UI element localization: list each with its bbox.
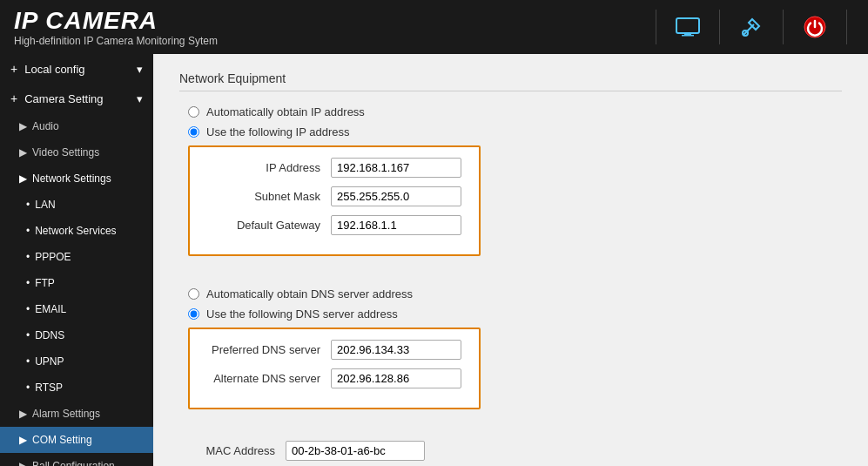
sidebar-item-ftp[interactable]: • FTP [0, 270, 153, 296]
local-config-arrow-icon: ▾ [137, 63, 143, 76]
ball-config-dot-icon: ▶ [19, 460, 27, 466]
header-divider-4 [846, 10, 847, 44]
sidebar-item-upnp[interactable]: • UPNP [0, 348, 153, 375]
default-gateway-row: Default Gateway [207, 215, 461, 235]
auto-ip-label: Automatically obtain IP address [206, 105, 365, 118]
sidebar-item-network-services[interactable]: • Network Services [0, 218, 153, 244]
audio-dot-icon: ▶ [19, 120, 27, 132]
subnet-mask-label: Subnet Mask [207, 190, 320, 203]
mac-address-label: MAC Address [188, 444, 275, 457]
ip-form-block: Automatically obtain IP address Use the … [179, 105, 842, 270]
video-settings-dot-icon: ▶ [19, 146, 27, 159]
ball-config-label: Ball Configuration [32, 460, 115, 466]
alternate-dns-label: Alternate DNS server [207, 372, 320, 385]
use-ip-row: Use the following IP address [179, 125, 842, 138]
sidebar-item-alarm-settings[interactable]: ▶ Alarm Settings [0, 401, 153, 427]
ddns-label: DDNS [35, 329, 64, 341]
ddns-dot-icon: • [26, 329, 30, 341]
sidebar-item-com-setting[interactable]: ▶ COM Setting [0, 427, 153, 453]
dns-form-block: Automatically obtain DNS server address … [179, 287, 842, 423]
sidebar-item-network-settings[interactable]: ▶ Network Settings [0, 165, 153, 192]
ip-address-row: IP Address [207, 158, 461, 178]
network-settings-dot-icon: ▶ [19, 172, 27, 185]
sidebar-local-config[interactable]: + Local config ▾ [0, 54, 153, 84]
sidebar-item-ddns[interactable]: • DDNS [0, 322, 153, 348]
use-ip-label: Use the following IP address [206, 125, 350, 138]
content-area: Network Equipment Automatically obtain I… [153, 54, 868, 466]
power-button[interactable] [794, 6, 836, 48]
svg-rect-2 [682, 35, 694, 37]
preferred-dns-input[interactable] [331, 340, 461, 360]
ftp-dot-icon: • [26, 277, 30, 289]
tools-icon [740, 16, 763, 38]
svg-rect-0 [676, 18, 699, 33]
header-divider-1 [656, 10, 656, 44]
use-ip-radio[interactable] [188, 126, 199, 138]
alternate-dns-row: Alternate DNS server [207, 368, 461, 388]
preferred-dns-label: Preferred DNS server [207, 343, 320, 356]
ip-address-input[interactable] [331, 158, 461, 178]
lan-dot-icon: • [26, 199, 30, 211]
power-icon [803, 15, 827, 39]
auto-dns-label: Automatically obtain DNS server address [206, 287, 413, 301]
ip-address-label: IP Address [207, 161, 320, 174]
app-subtitle: High-definition IP Camera Monitoring Syt… [14, 35, 218, 47]
email-label: EMAIL [35, 303, 66, 315]
camera-setting-arrow-icon: ▾ [137, 92, 143, 105]
upnp-dot-icon: • [26, 355, 30, 368]
logo: IP CAMERA High-definition IP Camera Moni… [14, 7, 218, 47]
use-dns-radio[interactable] [188, 308, 199, 320]
video-settings-label: Video Settings [32, 146, 99, 159]
auto-dns-radio[interactable] [188, 288, 199, 300]
network-services-label: Network Services [35, 225, 116, 237]
main-layout: + Local config ▾ + Camera Setting ▾ ▶ Au… [0, 54, 868, 466]
upnp-label: UPNP [35, 355, 64, 368]
preferred-dns-row: Preferred DNS server [207, 340, 461, 360]
sidebar-item-email[interactable]: • EMAIL [0, 296, 153, 322]
rtsp-label: RTSP [35, 382, 63, 394]
default-gateway-input[interactable] [331, 215, 461, 235]
auto-ip-radio[interactable] [188, 106, 199, 118]
monitor-button[interactable] [667, 6, 709, 48]
alternate-dns-input[interactable] [331, 368, 461, 388]
use-dns-row: Use the following DNS server address [179, 307, 842, 321]
alarm-settings-label: Alarm Settings [32, 408, 100, 420]
rtsp-dot-icon: • [26, 382, 30, 394]
dns-fields-box: Preferred DNS server Alternate DNS serve… [188, 328, 481, 409]
subnet-mask-input[interactable] [331, 186, 461, 206]
com-setting-dot-icon: ▶ [19, 434, 27, 446]
local-config-plus-icon: + [10, 62, 17, 76]
sidebar-item-pppoe[interactable]: • PPPOE [0, 244, 153, 270]
monitor-icon [676, 17, 700, 37]
sidebar-item-video-settings[interactable]: ▶ Video Settings [0, 139, 153, 165]
sidebar-camera-setting[interactable]: + Camera Setting ▾ [0, 84, 153, 113]
com-setting-label: COM Setting [32, 434, 92, 446]
header-icons [649, 6, 854, 48]
app-title: IP CAMERA [14, 7, 218, 35]
auto-ip-row: Automatically obtain IP address [179, 105, 842, 118]
ftp-label: FTP [35, 277, 55, 289]
default-gateway-label: Default Gateway [207, 219, 320, 232]
subnet-mask-row: Subnet Mask [207, 186, 461, 206]
header-divider-2 [719, 10, 720, 44]
sidebar: + Local config ▾ + Camera Setting ▾ ▶ Au… [0, 54, 153, 466]
mac-address-input[interactable] [286, 441, 425, 461]
alarm-settings-dot-icon: ▶ [19, 408, 27, 420]
tools-button[interactable] [730, 6, 772, 48]
sidebar-item-ball-config[interactable]: ▶ Ball Configuration [0, 453, 153, 466]
camera-setting-label: Camera Setting [24, 92, 103, 105]
section-title: Network Equipment [179, 71, 842, 91]
pppoe-dot-icon: • [26, 251, 30, 263]
camera-setting-plus-icon: + [10, 91, 17, 105]
pppoe-label: PPPOE [35, 251, 71, 263]
ip-fields-box: IP Address Subnet Mask Default Gateway [188, 145, 481, 256]
header: IP CAMERA High-definition IP Camera Moni… [0, 0, 868, 54]
sidebar-item-rtsp[interactable]: • RTSP [0, 375, 153, 401]
header-divider-3 [783, 10, 784, 44]
network-services-dot-icon: • [26, 225, 30, 237]
sidebar-item-audio[interactable]: ▶ Audio [0, 113, 153, 139]
mac-address-row: MAC Address [179, 441, 842, 461]
lan-label: LAN [35, 199, 55, 211]
sidebar-item-lan[interactable]: • LAN [0, 192, 153, 218]
use-dns-label: Use the following DNS server address [206, 307, 398, 321]
